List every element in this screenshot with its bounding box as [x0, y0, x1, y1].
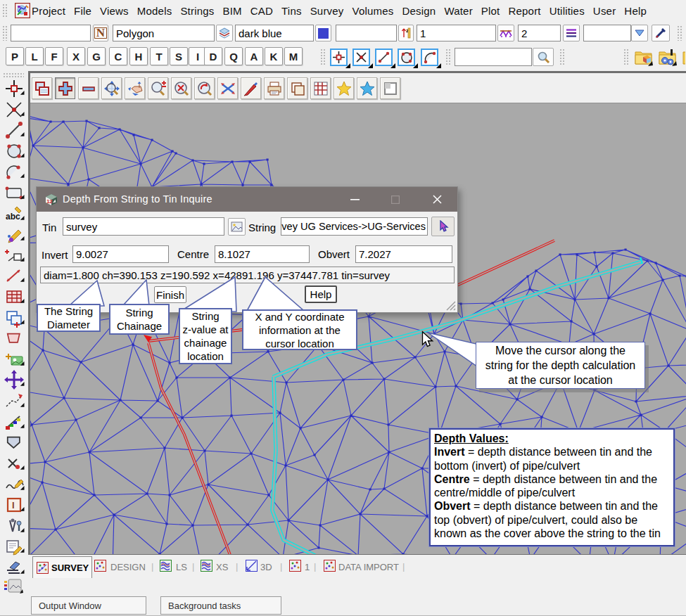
svg-text:12: 12: [46, 198, 52, 205]
svg-text:abc: abc: [6, 212, 20, 222]
svg-text:I: I: [12, 500, 15, 511]
